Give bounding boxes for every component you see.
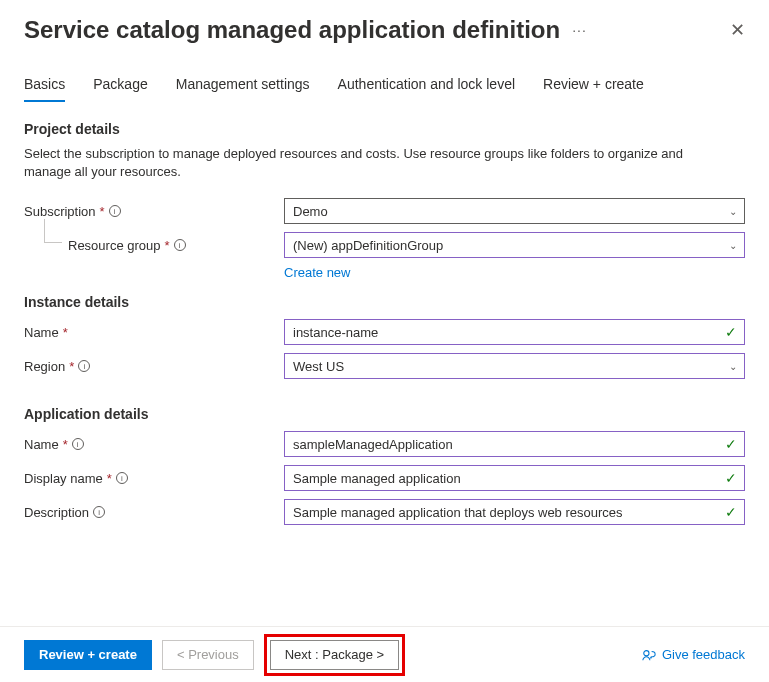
region-label-text: Region bbox=[24, 359, 65, 374]
app-name-input[interactable] bbox=[284, 431, 745, 457]
description-row: Description i ✓ bbox=[24, 498, 745, 526]
instance-name-control: ✓ bbox=[284, 319, 745, 345]
info-icon[interactable]: i bbox=[116, 472, 128, 484]
feedback-icon bbox=[642, 648, 656, 662]
required-marker: * bbox=[100, 204, 105, 219]
subscription-label: Subscription * i bbox=[24, 204, 284, 219]
description-label: Description i bbox=[24, 505, 284, 520]
header: Service catalog managed application defi… bbox=[24, 16, 745, 44]
info-icon[interactable]: i bbox=[78, 360, 90, 372]
create-new-link[interactable]: Create new bbox=[284, 265, 350, 280]
more-icon[interactable]: ··· bbox=[572, 22, 587, 38]
project-details-heading: Project details bbox=[24, 121, 745, 137]
indent-bracket bbox=[44, 219, 62, 243]
app-name-label: Name * i bbox=[24, 437, 284, 452]
app-name-label-text: Name bbox=[24, 437, 59, 452]
footer: Review + create < Previous Next : Packag… bbox=[0, 626, 769, 682]
tabs: Basics Package Management settings Authe… bbox=[24, 76, 745, 103]
required-marker: * bbox=[63, 437, 68, 452]
display-name-input[interactable] bbox=[284, 465, 745, 491]
resource-group-select[interactable]: ⌄ bbox=[284, 232, 745, 258]
subscription-row: Subscription * i ⌄ bbox=[24, 197, 745, 225]
required-marker: * bbox=[165, 238, 170, 253]
region-input[interactable] bbox=[284, 353, 745, 379]
info-icon[interactable]: i bbox=[93, 506, 105, 518]
project-details-desc: Select the subscription to manage deploy… bbox=[24, 145, 724, 181]
info-icon[interactable]: i bbox=[109, 205, 121, 217]
subscription-input[interactable] bbox=[284, 198, 745, 224]
app-name-control: ✓ bbox=[284, 431, 745, 457]
review-create-button[interactable]: Review + create bbox=[24, 640, 152, 670]
tab-auth-lock[interactable]: Authentication and lock level bbox=[338, 76, 515, 102]
description-label-text: Description bbox=[24, 505, 89, 520]
description-input[interactable] bbox=[284, 499, 745, 525]
tab-review-create[interactable]: Review + create bbox=[543, 76, 644, 102]
app-name-row: Name * i ✓ bbox=[24, 430, 745, 458]
instance-name-label-text: Name bbox=[24, 325, 59, 340]
region-select[interactable]: ⌄ bbox=[284, 353, 745, 379]
instance-name-row: Name * ✓ bbox=[24, 318, 745, 346]
resource-group-label-text: Resource group bbox=[68, 238, 161, 253]
svg-point-0 bbox=[644, 650, 649, 655]
instance-name-label: Name * bbox=[24, 325, 284, 340]
subscription-select[interactable]: ⌄ bbox=[284, 198, 745, 224]
page-title: Service catalog managed application defi… bbox=[24, 16, 560, 44]
resource-group-label: Resource group * i bbox=[68, 238, 284, 253]
tab-basics[interactable]: Basics bbox=[24, 76, 65, 102]
close-icon[interactable]: ✕ bbox=[730, 19, 745, 41]
instance-details-heading: Instance details bbox=[24, 294, 745, 310]
next-button[interactable]: Next : Package > bbox=[270, 640, 399, 670]
required-marker: * bbox=[63, 325, 68, 340]
region-label: Region * i bbox=[24, 359, 284, 374]
description-control: ✓ bbox=[284, 499, 745, 525]
previous-button[interactable]: < Previous bbox=[162, 640, 254, 670]
subscription-label-text: Subscription bbox=[24, 204, 96, 219]
instance-name-input[interactable] bbox=[284, 319, 745, 345]
resource-group-input[interactable] bbox=[284, 232, 745, 258]
tab-package[interactable]: Package bbox=[93, 76, 147, 102]
info-icon[interactable]: i bbox=[174, 239, 186, 251]
display-name-label-text: Display name bbox=[24, 471, 103, 486]
create-new-row: Create new bbox=[24, 263, 745, 280]
region-row: Region * i ⌄ bbox=[24, 352, 745, 380]
resource-group-row: Resource group * i ⌄ bbox=[24, 231, 745, 259]
display-name-control: ✓ bbox=[284, 465, 745, 491]
title-row: Service catalog managed application defi… bbox=[24, 16, 587, 44]
tab-management-settings[interactable]: Management settings bbox=[176, 76, 310, 102]
give-feedback-link[interactable]: Give feedback bbox=[642, 647, 745, 662]
display-name-row: Display name * i ✓ bbox=[24, 464, 745, 492]
required-marker: * bbox=[69, 359, 74, 374]
display-name-label: Display name * i bbox=[24, 471, 284, 486]
info-icon[interactable]: i bbox=[72, 438, 84, 450]
application-details-heading: Application details bbox=[24, 406, 745, 422]
feedback-label: Give feedback bbox=[662, 647, 745, 662]
next-highlight: Next : Package > bbox=[264, 634, 405, 676]
required-marker: * bbox=[107, 471, 112, 486]
